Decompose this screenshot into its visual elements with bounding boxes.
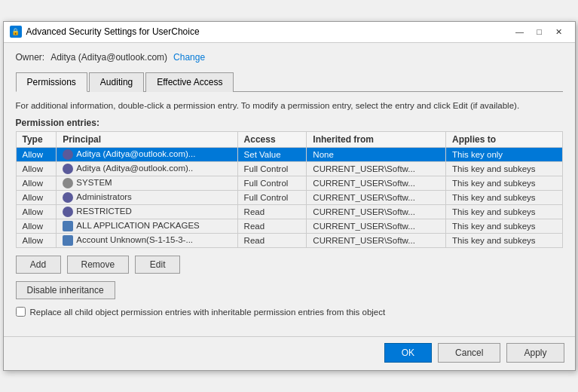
cell-applies-to: This key and subkeys [445,162,562,176]
close-button[interactable]: ✕ [549,24,569,39]
titlebar: 🔒 Advanced Security Settings for UserCho… [4,22,575,43]
cell-inherited-from: None [307,148,446,162]
cell-inherited-from: CURRENT_USER\Softw... [307,176,446,191]
cell-principal: RESTRICTED [57,205,237,219]
table-row[interactable]: AllowRESTRICTEDReadCURRENT_USER\Softw...… [16,205,562,219]
row-icon [63,178,73,188]
disable-inheritance-button[interactable]: Disable inheritance [16,281,115,299]
footer: OK Cancel Apply [4,336,575,370]
cell-applies-to: This key and subkeys [445,219,562,234]
row-icon [63,235,73,246]
cell-access: Full Control [237,176,307,191]
row-icon [63,149,73,160]
dialog-content: Owner: Aditya (Aditya@outlook.com) Chang… [4,43,575,336]
cell-applies-to: This key and subkeys [445,234,562,248]
cell-type: Allow [16,162,57,176]
cell-access: Read [237,205,307,219]
col-inherited: Inherited from [307,132,446,148]
window-icon: 🔒 [10,26,22,38]
cell-principal: Aditya (Aditya@outlook.com).. [57,162,237,176]
cell-access: Full Control [237,162,307,176]
cell-access: Set Value [237,148,307,162]
owner-value: Aditya (Aditya@outlook.com) [50,52,167,63]
col-principal: Principal [57,132,237,148]
remove-button[interactable]: Remove [67,256,130,274]
cell-applies-to: This key and subkeys [445,191,562,205]
maximize-button[interactable]: □ [530,24,549,39]
info-text: For additional information, double-click… [16,100,563,112]
row-icon [63,207,73,217]
table-row[interactable]: AllowAditya (Aditya@outlook.com)..Full C… [16,162,562,176]
table-row[interactable]: AllowALL APPLICATION PACKAGESReadCURRENT… [16,219,562,234]
table-row[interactable]: AllowAditya (Aditya@outlook.com)...Set V… [16,148,562,162]
table-row[interactable]: AllowSYSTEMFull ControlCURRENT_USER\Soft… [16,176,562,191]
row-icon [63,192,73,203]
checkbox-row: Replace all child object permission entr… [16,307,563,317]
cell-inherited-from: CURRENT_USER\Softw... [307,219,446,234]
owner-change-link[interactable]: Change [173,52,205,63]
cancel-button[interactable]: Cancel [438,343,500,363]
cell-inherited-from: CURRENT_USER\Softw... [307,191,446,205]
cell-inherited-from: CURRENT_USER\Softw... [307,205,446,219]
main-window: 🔒 Advanced Security Settings for UserCho… [3,21,576,371]
owner-row: Owner: Aditya (Aditya@outlook.com) Chang… [16,52,563,63]
cell-principal: SYSTEM [57,176,237,191]
add-button[interactable]: Add [16,256,61,274]
ok-button[interactable]: OK [384,343,432,363]
tab-auditing[interactable]: Auditing [89,72,144,92]
apply-button[interactable]: Apply [506,343,564,363]
cell-type: Allow [16,191,57,205]
cell-principal: Aditya (Aditya@outlook.com)... [57,148,237,162]
cell-type: Allow [16,205,57,219]
cell-inherited-from: CURRENT_USER\Softw... [307,234,446,248]
col-applies: Applies to [445,132,562,148]
table-row[interactable]: AllowAdministratorsFull ControlCURRENT_U… [16,191,562,205]
cell-applies-to: This key and subkeys [445,205,562,219]
checkbox-label: Replace all child object permission entr… [30,308,386,317]
cell-access: Read [237,219,307,234]
minimize-button[interactable]: — [510,24,530,39]
tab-permissions[interactable]: Permissions [16,72,87,92]
row-icon [63,221,73,231]
permission-table: Type Principal Access Inherited from App… [16,131,563,248]
cell-principal: Administrators [57,191,237,205]
cell-applies-to: This key and subkeys [445,176,562,191]
cell-type: Allow [16,219,57,234]
cell-type: Allow [16,234,57,248]
cell-inherited-from: CURRENT_USER\Softw... [307,162,446,176]
cell-access: Read [237,234,307,248]
titlebar-controls: — □ ✕ [510,24,569,39]
col-access: Access [237,132,307,148]
table-row[interactable]: AllowAccount Unknown(S-1-15-3-...ReadCUR… [16,234,562,248]
cell-type: Allow [16,176,57,191]
cell-access: Full Control [237,191,307,205]
cell-principal: Account Unknown(S-1-15-3-... [57,234,237,248]
replace-permissions-checkbox[interactable] [16,307,26,317]
col-type: Type [16,132,57,148]
row-icon [63,164,73,174]
section-label: Permission entries: [16,118,563,128]
window-title: Advanced Security Settings for UserChoic… [26,26,510,37]
edit-button[interactable]: Edit [135,256,180,274]
tabs-container: Permissions Auditing Effective Access [16,72,563,92]
owner-label: Owner: [16,52,45,63]
tab-effective-access[interactable]: Effective Access [145,72,234,92]
action-buttons: Add Remove Edit [16,256,563,274]
cell-type: Allow [16,148,57,162]
cell-principal: ALL APPLICATION PACKAGES [57,219,237,234]
cell-applies-to: This key only [445,148,562,162]
